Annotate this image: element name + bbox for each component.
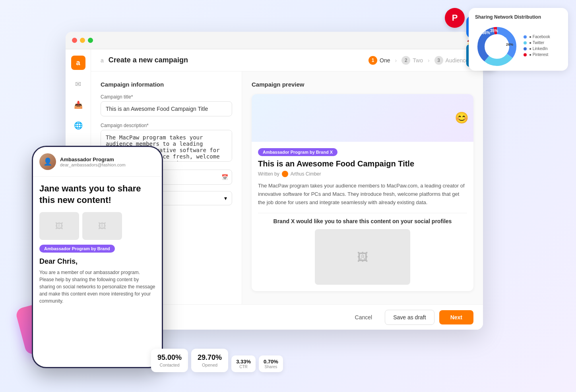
phone-body: Dear Chris, You are a member of our amba…	[33, 257, 162, 305]
page-title: Create a new campaign	[109, 56, 188, 64]
opened-value: 29.70%	[198, 353, 222, 362]
shares-value: 0.70%	[264, 359, 278, 365]
written-by-text: Written by	[258, 171, 279, 177]
app-header: a Create a new campaign 1 One › 2 Two › …	[91, 49, 483, 71]
preview-divider	[258, 213, 467, 213]
campaign-title-group: Campaign title*	[101, 94, 232, 116]
campaign-description-label: Campaign description*	[101, 123, 232, 128]
phone-thumb-2: 🖼	[82, 212, 122, 240]
steps-nav: 1 One › 2 Two › 3 Audience	[364, 54, 473, 66]
step-2: 2 Two	[397, 54, 428, 66]
phone-screen: 👤 Ambassador Program dear_ambassadors@fa…	[33, 147, 162, 367]
stat-ctr: 3.33% CTR	[231, 355, 256, 372]
step-3-label: Audience	[446, 57, 469, 64]
campaign-title-label: Campaign title*	[101, 94, 232, 100]
phone-body-text: You are a member of our ambassador progr…	[39, 269, 155, 305]
preview-panel-title: Campaign preview	[252, 81, 473, 88]
contacted-value: 95.00%	[157, 353, 182, 362]
ctr-label: CTR	[236, 365, 251, 369]
phone-badge: Ambassador Program by Brand	[39, 245, 115, 253]
ctr-value: 3.33%	[236, 359, 251, 365]
preview-description: The MacPaw program takes your audience m…	[258, 182, 467, 207]
step-1-num: 1	[368, 56, 377, 65]
cancel-button[interactable]: Cancel	[347, 310, 380, 324]
phone-dear: Dear Chris,	[39, 257, 155, 266]
preview-campaign-title: This is an Awesome Food Campaign Title	[258, 159, 467, 168]
save-draft-button[interactable]: Save as draft	[385, 310, 434, 325]
close-button[interactable]	[72, 38, 77, 43]
traffic-lights	[72, 38, 93, 43]
phone-sender-email: dear_ambassadors@fashion.com	[60, 162, 126, 167]
phone-sender-name: Ambassador Program	[60, 156, 126, 162]
fullscreen-button[interactable]	[88, 38, 93, 43]
phone-header: 👤 Ambassador Program dear_ambassadors@fa…	[33, 147, 162, 177]
contacted-label: Contacted	[157, 363, 182, 367]
shares-label: Shares	[264, 365, 278, 369]
author-name: Arthus Cimber	[291, 171, 321, 177]
preview-card: Ambassador Program by Brand X This is an…	[252, 94, 473, 291]
emoji-decoration: 😊	[455, 111, 469, 124]
nav-globe-icon[interactable]: 🌐	[72, 119, 85, 132]
phone-avatar: 👤	[39, 153, 56, 170]
dropdown-chevron: ▾	[224, 195, 227, 201]
phone-sender-info: Ambassador Program dear_ambassadors@fash…	[60, 156, 126, 167]
campaign-title-input[interactable]	[101, 101, 232, 116]
opened-label: Opened	[198, 363, 222, 367]
form-section-title: Campaign information	[101, 81, 232, 88]
preview-image-placeholder: 🖼	[315, 229, 410, 285]
stat-opened: 29.70% Opened	[191, 349, 228, 372]
browser-titlebar: 🚀	[66, 32, 483, 49]
next-button[interactable]: Next	[439, 310, 473, 324]
phone-mockup: 👤 Ambassador Program dear_ambassadors@fa…	[32, 146, 163, 368]
stats-overlay: 95.00% Contacted 29.70% Opened 3.33% CTR…	[151, 349, 283, 372]
preview-panel: Campaign preview Ambassador Program	[242, 71, 483, 304]
app-logo: a	[71, 56, 85, 70]
minimize-button[interactable]	[80, 38, 85, 43]
image-placeholder-icon: 🖼	[357, 251, 368, 264]
step-2-label: Two	[413, 57, 423, 64]
step-3-num: 3	[434, 56, 443, 65]
calendar-icon: 📅	[221, 174, 228, 180]
stat-shares: 0.70% Shares	[259, 355, 283, 372]
step-2-num: 2	[401, 56, 410, 65]
preview-header-image	[252, 94, 473, 142]
header-logo-small: a	[101, 57, 104, 64]
author-dot	[282, 171, 288, 177]
step-1: 1 One	[364, 54, 395, 66]
preview-thumbnails	[359, 104, 366, 127]
step-1-label: One	[380, 57, 390, 64]
nav-inbox-icon[interactable]: 📥	[72, 98, 85, 111]
donut-title: Sharing Network Distribution	[475, 14, 562, 20]
preview-content: Ambassador Program by Brand X This is an…	[252, 142, 473, 291]
nav-send-icon[interactable]: ✉	[72, 78, 85, 91]
preview-badge: Ambassador Program by Brand X	[258, 148, 337, 156]
donut-legend: ● Facebook ● Twitter ● LinkedIn ● Pinter…	[524, 35, 562, 58]
phone-headline: Jane wants you to share this new content…	[33, 177, 162, 212]
preview-author: Written by Arthus Cimber	[258, 171, 467, 177]
phone-thumb-1: 🖼	[39, 212, 79, 240]
preview-share-title: Brand X would like you to share this con…	[258, 218, 467, 224]
donut-chart-card: Sharing Network Distribution ● Facebook …	[469, 8, 568, 71]
phone-images: 🖼 🖼	[33, 212, 162, 240]
pinterest-icon: P	[445, 8, 465, 28]
stat-contacted: 95.00% Contacted	[151, 349, 188, 372]
